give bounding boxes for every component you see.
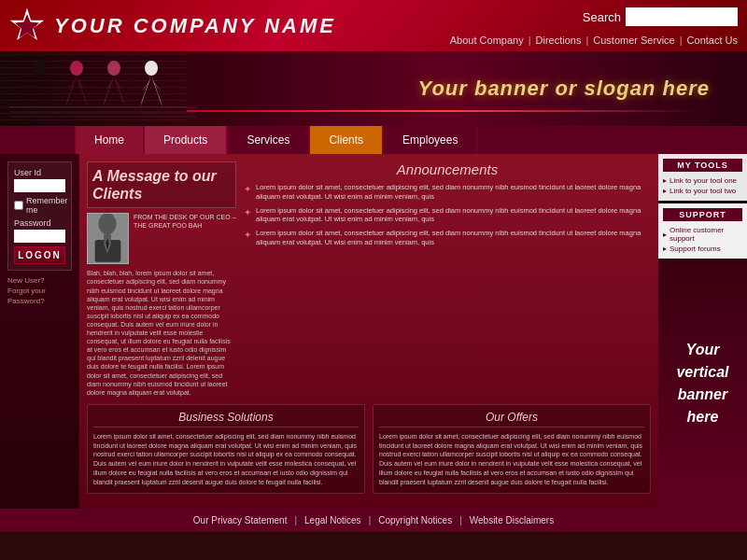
announcement-item: ✦ Lorem ipsum dolor sit amet, consectetu…: [244, 206, 651, 225]
nav-tab-clients[interactable]: Clients: [309, 126, 383, 154]
logo-area: YOUR COMPANY NAME: [9, 8, 336, 44]
footer: Our Privacy Statement | Legal Notices | …: [0, 509, 747, 532]
star-logo-icon: [9, 8, 45, 44]
footer-privacy-link[interactable]: Our Privacy Statement: [193, 515, 288, 525]
new-user-link[interactable]: New User?: [7, 275, 72, 286]
logon-button[interactable]: LOGON: [14, 246, 65, 264]
business-solutions-title: Business Solutions: [93, 411, 359, 427]
remember-me-area: Remember me: [14, 196, 65, 215]
customer-service-link[interactable]: Customer Service: [593, 35, 674, 46]
business-solutions-text: Lorem ipsum dolor sit amet, consectetuer…: [93, 432, 359, 487]
nav-tab-products[interactable]: Products: [144, 126, 227, 154]
contact-us-link[interactable]: Contact Us: [687, 35, 738, 46]
right-sidebar: MY TOOLS Link to your tool one Link to y…: [658, 154, 747, 509]
left-sidebar: User Id Remember me Password LOGON New U…: [0, 154, 79, 509]
support-title: SUPPORT: [663, 208, 742, 221]
my-tools-box: MY TOOLS Link to your tool one Link to y…: [658, 154, 747, 201]
ceo-title: FROM THE DESK OF OUR CEO – THE GREAT POO…: [134, 213, 236, 264]
footer-copyright-link[interactable]: Copyright Notices: [378, 515, 452, 525]
tool-link-2[interactable]: Link to your tool two: [663, 186, 742, 196]
bottom-sections: Business Solutions Lorem ipsum dolor sit…: [87, 404, 651, 494]
login-box: User Id Remember me Password LOGON: [7, 161, 72, 271]
search-label: Search: [583, 10, 621, 24]
announcement-text-2: Lorem ipsum dolor sit amet, consectetuer…: [256, 206, 651, 225]
svg-point-8: [98, 214, 116, 235]
announcements-section: Announcements ✦ Lorem ipsum dolor sit am…: [244, 161, 651, 397]
svg-marker-0: [15, 14, 39, 38]
announcement-bullet-1: ✦: [244, 184, 251, 194]
support-link-2[interactable]: Support forums: [663, 244, 742, 254]
business-solutions-box: Business Solutions Lorem ipsum dolor sit…: [87, 404, 365, 494]
our-offers-title: Our Offers: [379, 411, 644, 427]
banner-decoration-line: [187, 110, 700, 112]
directions-link[interactable]: Directions: [536, 35, 582, 46]
svg-point-4: [145, 61, 158, 76]
company-name: YOUR COMPANY NAME: [54, 14, 336, 38]
search-input[interactable]: [626, 7, 738, 26]
svg-point-3: [107, 61, 120, 76]
new-user-links: New User? Forgot your Password?: [7, 275, 72, 307]
announcement-bullet-3: ✦: [244, 230, 251, 240]
nav-tab-services[interactable]: Services: [227, 126, 309, 154]
banner: Your banner or slogan here: [0, 51, 747, 126]
announcement-item: ✦ Lorem ipsum dolor sit amet, consectetu…: [244, 183, 651, 202]
footer-legal-link[interactable]: Legal Notices: [304, 515, 361, 525]
footer-disclaimer-link[interactable]: Website Disclaimers: [470, 515, 554, 525]
support-box: SUPPORT Online customer support Support …: [658, 203, 747, 259]
announcement-item: ✦ Lorem ipsum dolor sit amet, consectetu…: [244, 229, 651, 247]
my-tools-title: MY TOOLS: [663, 159, 742, 172]
message-section: A Message to our Clients FROM THE DESK O…: [87, 161, 651, 397]
search-area: Search: [583, 7, 738, 26]
ceo-figure-icon: [88, 213, 128, 263]
user-id-label: User Id: [14, 168, 65, 177]
header-nav-links: About Company | Directions | Customer Se…: [450, 35, 738, 46]
remember-me-checkbox[interactable]: [14, 201, 23, 210]
svg-point-2: [70, 61, 83, 76]
about-company-link[interactable]: About Company: [450, 35, 524, 46]
message-text: Blah, blah, blah, lorem ipsum dolor sit …: [87, 269, 236, 396]
message-left: A Message to our Clients FROM THE DESK O…: [87, 161, 236, 397]
password-input[interactable]: [14, 230, 65, 243]
nav-tab-home[interactable]: Home: [75, 126, 144, 154]
banner-slogan: Your banner or slogan here: [418, 77, 710, 101]
tool-link-1[interactable]: Link to your tool one: [663, 175, 742, 186]
vertical-banner: Yourverticalbannerhere: [658, 259, 747, 509]
ceo-section: FROM THE DESK OF OUR CEO – THE GREAT POO…: [87, 213, 236, 264]
support-link-1[interactable]: Online customer support: [663, 225, 742, 244]
runners-svg: [9, 56, 196, 126]
announcements-title: Announcements: [244, 161, 651, 177]
svg-point-1: [33, 61, 46, 76]
content-wrapper: User Id Remember me Password LOGON New U…: [0, 154, 747, 509]
our-offers-text: Lorem ipsum dolor sit amet, consectetuer…: [379, 432, 644, 487]
nav-tab-employees[interactable]: Employees: [383, 126, 477, 154]
message-title: A Message to our Clients: [87, 161, 236, 208]
banner-runners: [9, 56, 196, 126]
announcement-bullet-2: ✦: [244, 207, 251, 217]
main-navigation: Home Products Services Clients Employees: [0, 126, 747, 154]
ceo-avatar: [87, 213, 129, 264]
forgot-password-link[interactable]: Forgot your Password?: [7, 286, 72, 306]
header: YOUR COMPANY NAME Search About Company |…: [0, 0, 747, 51]
announcement-text-3: Lorem ipsum dolor sit amet, consectetuer…: [256, 229, 651, 247]
announcement-text-1: Lorem ipsum dolor sit amet, consectetuer…: [256, 183, 651, 202]
remember-me-label: Remember me: [26, 196, 68, 215]
our-offers-box: Our Offers Lorem ipsum dolor sit amet, c…: [373, 404, 651, 494]
user-id-input[interactable]: [14, 179, 65, 192]
main-content: A Message to our Clients FROM THE DESK O…: [79, 154, 658, 509]
password-label: Password: [14, 218, 65, 228]
